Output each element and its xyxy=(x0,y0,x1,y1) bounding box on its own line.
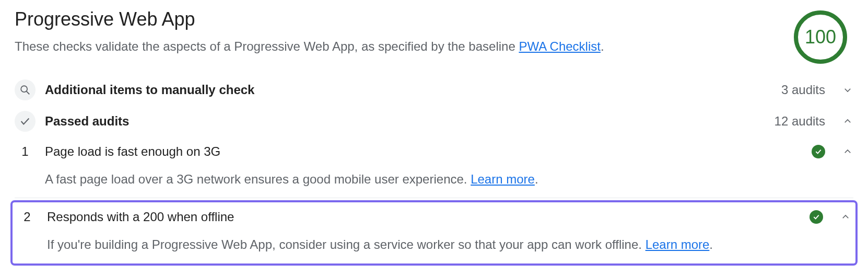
category-header: Progressive Web App These checks validat… xyxy=(15,8,853,64)
passed-audits-title: Passed audits xyxy=(45,114,765,129)
passed-audits-count: 12 audits xyxy=(775,114,825,129)
category-subtitle: These checks validate the aspects of a P… xyxy=(15,38,794,55)
audit-desc-suffix: . xyxy=(535,172,538,186)
pwa-checklist-link[interactable]: PWA Checklist xyxy=(519,39,600,53)
chevron-up-icon xyxy=(842,146,853,157)
manual-checks-title: Additional items to manually check xyxy=(45,83,772,97)
search-icon xyxy=(15,79,36,100)
score-gauge: 100 xyxy=(794,10,847,64)
manual-checks-count: 3 audits xyxy=(781,83,825,97)
audit-item: 1 Page load is fast enough on 3G A fast … xyxy=(15,137,853,198)
divider xyxy=(15,198,853,198)
checkmark-icon xyxy=(15,111,36,132)
subtitle-suffix: . xyxy=(601,39,604,53)
score-value: 100 xyxy=(805,26,836,48)
learn-more-link[interactable]: Learn more xyxy=(646,237,710,251)
subtitle-prefix: These checks validate the aspects of a P… xyxy=(15,39,519,53)
pass-badge-icon xyxy=(812,145,825,158)
audit-description: A fast page load over a 3G network ensur… xyxy=(15,163,853,198)
audit-title: Responds with a 200 when offline xyxy=(47,210,800,224)
chevron-down-icon xyxy=(842,84,853,96)
audit-item-highlighted: 2 Responds with a 200 when offline If yo… xyxy=(10,200,858,266)
passed-audits-group-toggle[interactable]: Passed audits 12 audits xyxy=(15,106,853,137)
chevron-up-icon xyxy=(840,211,851,223)
audit-title: Page load is fast enough on 3G xyxy=(45,144,802,159)
category-header-text: Progressive Web App These checks validat… xyxy=(15,8,794,55)
audit-desc-suffix: . xyxy=(709,237,713,251)
pass-badge-icon xyxy=(810,210,823,224)
chevron-up-icon xyxy=(842,116,853,127)
audit-desc-text: If you're building a Progressive Web App… xyxy=(47,237,646,251)
audit-index: 2 xyxy=(17,210,38,224)
category-title: Progressive Web App xyxy=(15,8,794,30)
svg-line-1 xyxy=(27,91,30,95)
audit-description: If you're building a Progressive Web App… xyxy=(17,228,851,263)
audit-index: 1 xyxy=(15,144,36,159)
audit-row-toggle[interactable]: 2 Responds with a 200 when offline xyxy=(17,202,851,228)
svg-point-0 xyxy=(21,86,27,92)
learn-more-link[interactable]: Learn more xyxy=(471,172,535,186)
manual-checks-group-toggle[interactable]: Additional items to manually check 3 aud… xyxy=(15,74,853,106)
audit-desc-text: A fast page load over a 3G network ensur… xyxy=(45,172,471,186)
audit-row-toggle[interactable]: 1 Page load is fast enough on 3G xyxy=(15,137,853,163)
